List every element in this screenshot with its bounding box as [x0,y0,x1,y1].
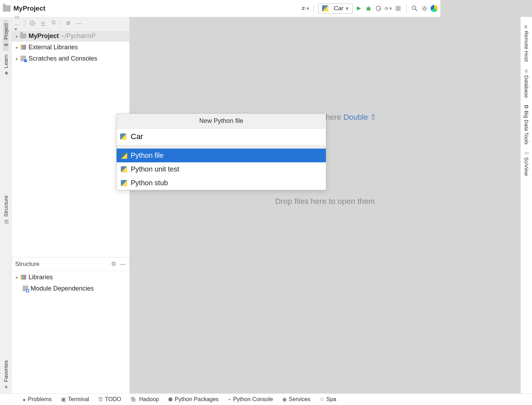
svg-rect-2 [396,6,401,11]
chevron-right-icon: ▸ [14,275,19,280]
structure-panel-header[interactable]: Structure ⚙ — [12,257,129,270]
svg-point-0 [367,7,370,11]
tool-tab-structure[interactable]: ▤ Structure [3,192,9,228]
run-config-selector[interactable]: Car ▾ [318,4,353,14]
chevron-down-icon: ▾ [346,5,349,12]
stop-button [394,5,402,12]
structure-module-deps[interactable]: Module Dependencies [12,283,129,294]
gear-icon[interactable]: ⚙ [111,260,116,268]
run-config-name: Car [334,5,344,12]
python-icon [120,133,126,140]
search-hint-key: Double ⇧ [344,113,377,122]
expand-all-button[interactable] [39,20,47,27]
settings-icon[interactable] [421,5,428,12]
folder-icon: ▮ [3,43,8,46]
chevron-right-icon: ▸ [14,56,19,61]
hide-structure-button[interactable]: — [120,261,126,268]
tool-settings-icon[interactable]: ⚙ [64,20,72,27]
learn-icon: ◆ [3,71,8,75]
scratches-icon [19,56,27,61]
collapse-all-button[interactable] [50,20,57,27]
python-icon [322,5,328,12]
python-icon [121,152,127,159]
topbar: MyProject ▾ Car ▾ ▾ [0,0,440,17]
svg-point-4 [423,7,426,10]
project-sidebar: ▭ ... ▾ ⚙ — ▸ MyProject ~/PycharmP [12,17,130,337]
jetbrains-logo-icon[interactable] [431,5,438,12]
svg-point-3 [412,6,416,10]
libraries-icon [19,275,27,280]
tree-root-myproject[interactable]: ▸ MyProject ~/PycharmP [12,30,129,42]
project-title[interactable]: MyProject [13,5,45,12]
toolbar-separator [406,4,407,13]
popup-filename-input[interactable] [130,131,322,142]
hide-tool-button[interactable]: — [75,20,82,27]
locate-file-button[interactable] [29,20,36,27]
popup-option-python-stub[interactable]: Python stub [117,176,326,190]
structure-tree: ▸ Libraries Module Dependencies [12,270,129,295]
project-folder-icon [3,5,11,12]
chevron-right-icon: ▸ [14,45,19,50]
new-python-file-popup: New Python file Python file Python unit … [116,113,326,190]
debug-button[interactable] [365,5,372,12]
python-icon [121,166,127,173]
structure-libraries[interactable]: ▸ Libraries [12,272,129,283]
coverage-button[interactable] [375,5,382,12]
module-icon [21,286,29,291]
svg-point-6 [32,23,33,24]
folder-icon [19,33,27,38]
tool-tab-project[interactable]: ▮ Project [3,20,9,51]
drop-hint-label: Drop files here to open them [275,197,375,206]
tree-scratches[interactable]: ▸ Scratches and Consoles [12,53,129,64]
structure-icon: ▤ [3,219,8,224]
tool-tab-learn[interactable]: ◆ Learn [3,51,9,79]
search-icon[interactable] [411,5,419,12]
libraries-icon [19,45,27,50]
view-mode-selector[interactable]: ▭ ... ▾ [14,20,21,27]
popup-filename-row [117,129,326,145]
project-tree: ▸ MyProject ~/PycharmP ▸ External Librar… [12,30,129,65]
toolbar-separator [314,4,314,13]
profile-button[interactable]: ▾ [384,5,392,12]
popup-option-python-file[interactable]: Python file [117,149,326,162]
users-icon[interactable]: ▾ [302,5,309,12]
popup-option-python-unit-test[interactable]: Python unit test [117,162,326,176]
project-toolbar: ▭ ... ▾ ⚙ — [12,17,129,30]
chevron-right-icon: ▸ [14,33,19,39]
tree-external-libraries[interactable]: ▸ External Libraries [12,42,129,53]
left-tool-gutter: ▮ Project ◆ Learn ▤ Structure ★ Favorite… [0,17,12,337]
popup-title: New Python file [117,114,326,129]
run-button[interactable] [355,5,363,12]
python-icon [121,180,127,186]
